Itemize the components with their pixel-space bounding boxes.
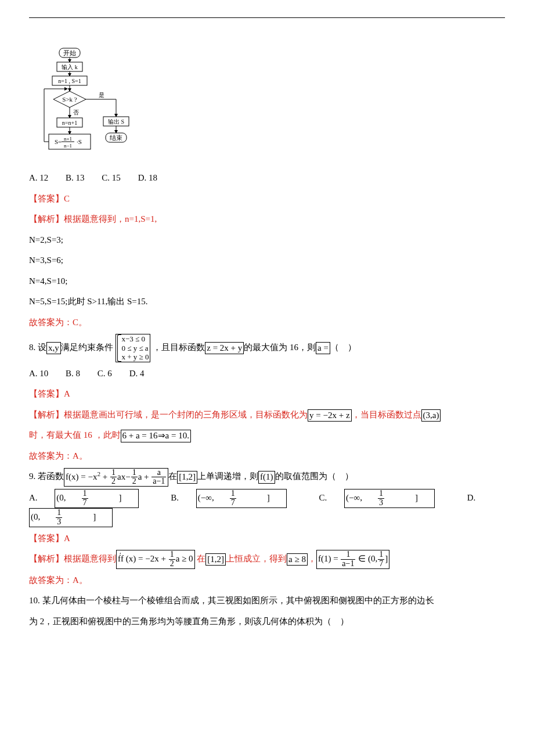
exp8-2a: 时，有最大值 16 ，此时 (29, 430, 121, 440)
opt-b: B. 8 (66, 369, 80, 378)
q7-step2: N=3,S=6; (29, 251, 505, 270)
q8-explain-l2: 时，有最大值 16 ，此时6 + a = 16⇒a = 10. (29, 426, 505, 445)
q8-c2: 0 ≤ y ≤ a (122, 344, 149, 353)
q8-c3: x + y ≥ 0 (122, 352, 149, 362)
exp9-b: 在 (195, 554, 206, 563)
svg-text:S>k ?: S>k ? (62, 96, 77, 103)
svg-text:输出 S: 输出 S (108, 118, 124, 125)
q9-explain: 【解析】根据题意得到 f′f (x) = −2x + 12a ≥ 0 在[1,2… (29, 550, 505, 569)
svg-text:开始: 开始 (63, 49, 76, 56)
q8-options: A. 10 B. 8 C. 6 D. 4 (29, 365, 505, 383)
q9-options: A. (0,17] B. (−∞,17] C. (−∞,13] D. (0,13… (29, 489, 505, 527)
q8-tail: （ ） (330, 343, 356, 352)
q9-conclusion: 故答案为：A。 (29, 571, 505, 590)
opt-a: A. 10 (29, 369, 48, 378)
q9-mid1: 在 (168, 471, 177, 481)
q9-tail: 的取值范围为（ ） (275, 471, 353, 481)
q9-answer: 【答案】A (29, 530, 505, 548)
q8-mid3: 的最大值为 16，则 (244, 343, 316, 352)
svg-text:n+1: n+1 (64, 136, 72, 142)
exp9-a: 【解析】根据题意得到 (29, 554, 116, 563)
opt-c: C. 6 (98, 369, 112, 378)
q8-conclusion: 故答案为：A。 (29, 447, 505, 466)
exp9-a8: a ≥ 8 (287, 553, 308, 566)
q8-explain-l1: 【解析】根据题意画出可行域，是一个封闭的三角形区域，目标函数化为y = −2x … (29, 406, 505, 424)
q9-interval: [1,2] (177, 471, 197, 484)
q7-conclusion: 故答案为：C。 (29, 314, 505, 332)
q8-pre: 8. 设 (29, 343, 46, 352)
exp8-1a: 【解析】根据题意画出可行域，是一个封闭的三角形区域，目标函数化为 (29, 410, 308, 419)
svg-text:n=1 , S=1: n=1 , S=1 (58, 78, 81, 84)
opt-c: C. 15 (102, 173, 121, 182)
svg-text:n−1: n−1 (64, 143, 72, 149)
svg-text:n=n+1: n=n+1 (62, 120, 77, 126)
svg-text:S=: S= (55, 138, 62, 145)
q10-line1: 10. 某几何体由一个棱柱与一个棱锥组合而成，其三视图如图所示，其中俯视图和侧视… (29, 592, 505, 610)
q9-pre: 9. 若函数 (29, 471, 64, 481)
q9-f1: f(1) (258, 471, 275, 484)
svg-text:·S: ·S (77, 138, 82, 145)
q9-mid2: 上单调递增，则 (197, 471, 258, 481)
exp9-d: ， (308, 554, 316, 563)
q8-xy: x,y (46, 342, 61, 355)
opt-c: C. (−∞,13] (319, 493, 450, 502)
exp9-f1: f(1) = 1a−1 ∈ (0,17] (316, 550, 389, 568)
flowchart-diagram: 开始 输入 k n=1 , S=1 S>k ? 是 输出 S 结束 否 (41, 47, 505, 163)
q8-stem: 8. 设x,y满足约束条件 x−3 ≤ 0 0 ≤ y ≤ a x + y ≥ … (29, 334, 505, 362)
opt-d: D. 4 (129, 369, 145, 378)
exp9-c: 上恒成立，得到 (226, 554, 287, 563)
q8-answer: 【答案】A (29, 385, 505, 404)
q10-line2: 为 2，正视图和俯视图中的三角形均为等腰直角三角形，则该几何体的体积为（ ） (29, 613, 505, 631)
q9-stem: 9. 若函数 f(x) = −x2 + 12ax−12a + aa−1 在[1,… (29, 467, 505, 487)
exp8-pt: (3,a) (421, 409, 441, 422)
q7-step4: N=5,S=15;此时 S>11,输出 S=15. (29, 293, 505, 311)
svg-text:否: 否 (73, 109, 79, 116)
q8-mid1: 满足约束条件 (61, 343, 113, 352)
q9-fx: f(x) = −x2 + 12ax−12a + aa−1 (64, 468, 168, 487)
q7-answer: 【答案】C (29, 190, 505, 208)
svg-text:输入 k: 输入 k (62, 64, 78, 70)
q7-step3: N=4,S=10; (29, 272, 505, 291)
q7-explain-head: 【解析】根据题意得到，n=1,S=1, (29, 210, 505, 229)
q7-step1: N=2,S=3; (29, 231, 505, 250)
exp9-int: [1,2] (205, 553, 226, 566)
exp8-eq1: y = −2x + z (308, 409, 352, 422)
top-rule (29, 17, 505, 18)
q8-z: z = 2x + y (205, 342, 244, 355)
opt-a: A. (0,17] (29, 493, 154, 502)
opt-a: A. 12 (29, 173, 48, 182)
exp8-1b: ，当目标函数过点 (352, 410, 421, 419)
exp9-fpx: f′f (x) = −2x + 12a ≥ 0 (116, 550, 195, 568)
q8-constraints: x−3 ≤ 0 0 ≤ y ≤ a x + y ≥ 0 (116, 334, 151, 362)
svg-text:结束: 结束 (110, 134, 122, 141)
opt-b: B. 13 (66, 173, 85, 182)
svg-text:是: 是 (99, 92, 104, 98)
exp8-eq2: 6 + a = 16⇒a = 10. (121, 430, 191, 442)
opt-d: D. 18 (138, 173, 157, 182)
q7-options: A. 12 B. 13 C. 15 D. 18 (29, 169, 505, 188)
q8-mid2: ，且目标函数 (153, 343, 205, 352)
q8-a: a = (316, 342, 330, 355)
opt-b: B. (−∞,17] (171, 493, 301, 502)
q8-c1: x−3 ≤ 0 (122, 334, 149, 344)
